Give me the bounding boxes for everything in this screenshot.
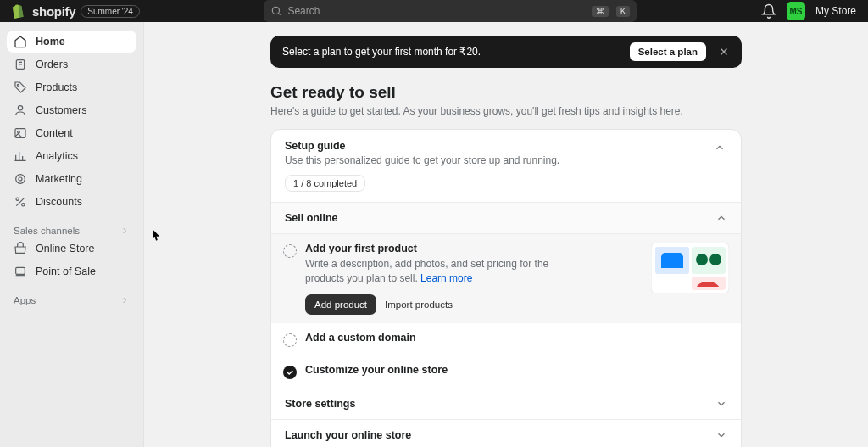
sidebar-item-products[interactable]: Products (7, 76, 136, 98)
sidebar-item-content[interactable]: Content (7, 122, 136, 144)
close-icon (718, 46, 730, 58)
kbd-cmd: ⌘ (592, 6, 609, 17)
sidebar-item-label: Home (36, 36, 65, 47)
product-illustration (651, 243, 729, 296)
sidebar-item-label: Content (36, 127, 73, 139)
sidebar-item-label: Marketing (36, 173, 82, 185)
select-plan-button[interactable]: Select a plan (630, 42, 706, 61)
sidebar-item-online-store[interactable]: Online Store (7, 237, 136, 260)
chart-icon (14, 149, 27, 163)
svg-rect-10 (16, 267, 25, 274)
store-icon (14, 242, 27, 255)
sidebar-item-label: Point of Sale (36, 265, 96, 277)
section-store-settings[interactable]: Store settings (271, 388, 741, 419)
sidebar-item-label: Analytics (36, 150, 78, 162)
page-title: Get ready to sell (270, 83, 742, 102)
topbar: shopify Summer '24 Search ⌘ K MS My Stor… (0, 0, 868, 22)
svg-point-9 (22, 204, 25, 206)
chevron-up-icon (714, 142, 726, 154)
page-subtitle: Here's a guide to get started. As your b… (270, 105, 742, 117)
task-add-custom-domain[interactable]: Add a custom domain (271, 323, 741, 355)
svg-point-15 (696, 254, 708, 265)
task-title: Add a custom domain (305, 332, 416, 344)
sidebar-item-label: Customers (36, 104, 86, 116)
sidebar-item-label: Orders (36, 59, 68, 70)
svg-point-5 (18, 131, 20, 133)
task-add-first-product[interactable]: Add your first product Write a descripti… (271, 234, 741, 323)
setup-guide-card: Setup guide Use this personalized guide … (270, 129, 742, 447)
season-badge: Summer '24 (81, 5, 140, 18)
search-icon (270, 5, 282, 17)
chevron-up-icon (715, 212, 727, 224)
sidebar-item-orders[interactable]: Orders (7, 53, 136, 75)
plan-banner: Select a plan to get your first month fo… (270, 36, 742, 68)
task-status-icon (283, 333, 297, 347)
shopify-logo-icon (12, 3, 27, 19)
target-icon (14, 172, 27, 186)
sidebar-item-label: Discounts (36, 196, 82, 208)
progress-badge: 1 / 8 completed (285, 175, 365, 192)
svg-point-7 (19, 177, 22, 181)
chevron-down-icon (715, 429, 727, 441)
task-description: Write a description, add photos, and set… (305, 257, 585, 286)
store-avatar[interactable]: MS (787, 2, 805, 20)
sidebar-item-label: Online Store (36, 243, 94, 254)
brand-block[interactable]: shopify Summer '24 (12, 3, 140, 19)
sidebar: Home Orders Products Customers Content (0, 22, 144, 447)
store-name[interactable]: My Store (815, 5, 856, 17)
task-customize-store[interactable]: Customize your online store (271, 355, 741, 388)
search-input[interactable]: Search ⌘ K (264, 0, 637, 22)
image-icon (14, 126, 27, 140)
kbd-k: K (616, 6, 631, 17)
svg-point-6 (16, 175, 25, 184)
apps-header[interactable]: Apps (7, 290, 136, 307)
collapse-guide-button[interactable] (712, 140, 727, 158)
section-sell-online[interactable]: Sell online (271, 202, 741, 233)
task-title: Add your first product (305, 243, 585, 254)
sidebar-item-marketing[interactable]: Marketing (7, 168, 136, 190)
home-icon (14, 35, 27, 48)
svg-point-3 (18, 106, 22, 110)
bell-icon[interactable] (761, 3, 776, 19)
svg-point-16 (709, 254, 721, 265)
guide-title: Setup guide (285, 140, 712, 152)
person-icon (14, 103, 27, 117)
sidebar-item-point-of-sale[interactable]: Point of Sale (7, 260, 136, 282)
section-launch-store[interactable]: Launch your online store (271, 419, 741, 447)
sidebar-item-discounts[interactable]: Discounts (7, 191, 136, 213)
task-title: Customize your online store (305, 364, 448, 376)
guide-subtitle: Use this personalized guide to get your … (285, 154, 712, 166)
chevron-right-icon (120, 295, 130, 305)
tag-icon (14, 81, 27, 94)
close-banner-button[interactable] (715, 42, 733, 61)
import-products-button[interactable]: Import products (385, 299, 453, 310)
chevron-down-icon (715, 398, 727, 410)
plan-banner-text: Select a plan to get your first month fo… (282, 46, 621, 58)
orders-icon (14, 58, 27, 71)
sidebar-item-home[interactable]: Home (7, 31, 136, 53)
brand-text: shopify (32, 4, 75, 19)
sidebar-item-customers[interactable]: Customers (7, 99, 136, 121)
sidebar-item-label: Products (36, 81, 77, 93)
task-complete-icon (283, 366, 297, 379)
add-product-button[interactable]: Add product (305, 294, 376, 315)
svg-point-8 (16, 198, 19, 200)
svg-point-0 (273, 7, 280, 14)
search-placeholder: Search (287, 5, 583, 17)
chevron-right-icon (120, 226, 130, 236)
pos-icon (14, 265, 27, 278)
svg-point-2 (17, 84, 19, 86)
main-content: Select a plan to get your first month fo… (144, 22, 868, 447)
task-status-icon (283, 244, 297, 258)
learn-more-link[interactable]: Learn more (420, 272, 472, 284)
sales-channels-header[interactable]: Sales channels (7, 221, 136, 237)
sidebar-item-analytics[interactable]: Analytics (7, 145, 136, 167)
percent-icon (14, 195, 27, 209)
